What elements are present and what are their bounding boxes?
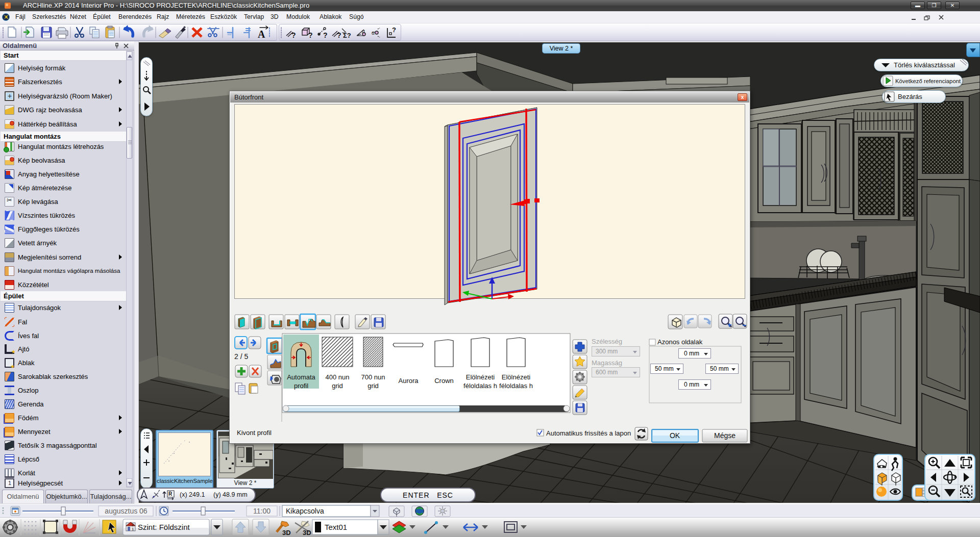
svg-text:3D: 3D	[282, 529, 291, 536]
svg-text:Mégse: Mégse	[714, 431, 736, 440]
svg-text:?: ?	[323, 31, 328, 39]
svg-text:α: α	[362, 29, 365, 34]
svg-text:Szélesség: Szélesség	[592, 338, 622, 345]
svg-text:Aurora: Aurora	[398, 377, 419, 385]
svg-text:(x) 249.1: (x) 249.1	[180, 491, 205, 498]
svg-text:700 nun: 700 nun	[361, 373, 385, 381]
svg-text:Következő referenciapont: Következő referenciapont	[895, 78, 961, 84]
svg-text:Text01: Text01	[325, 523, 347, 531]
svg-text:Automata: Automata	[287, 373, 315, 381]
svg-text:féloldalas h: féloldalas h	[463, 382, 497, 390]
svg-text:Törlés kiválasztással: Törlés kiválasztással	[894, 61, 955, 69]
svg-text:grid: grid	[368, 382, 379, 390]
svg-text:profil: profil	[294, 382, 308, 390]
svg-text:2 / 5: 2 / 5	[234, 352, 248, 361]
svg-text:?: ?	[308, 31, 313, 39]
svg-text:(y) 48.9 mm: (y) 48.9 mm	[213, 491, 248, 498]
svg-text:Magasság: Magasság	[592, 359, 622, 367]
svg-text:Szint: Földszint: Szint: Földszint	[138, 523, 190, 531]
svg-text:grid: grid	[332, 382, 343, 390]
svg-text:1: 1	[132, 527, 134, 531]
svg-text:Elölnézeti: Elölnézeti	[502, 373, 530, 381]
svg-text:11:00: 11:00	[253, 507, 271, 515]
svg-text:Crown: Crown	[434, 377, 454, 385]
svg-text:?: ?	[337, 31, 341, 39]
svg-text:A: A	[258, 29, 265, 40]
svg-text:Automatikus frissítés a lapon: Automatikus frissítés a lapon	[546, 429, 631, 437]
svg-text:α: α	[372, 30, 375, 36]
svg-text:Bezárás: Bezárás	[898, 93, 922, 100]
svg-text:R: R	[168, 491, 173, 497]
svg-text:400 nun: 400 nun	[326, 373, 350, 381]
svg-text:féloldalas h: féloldalas h	[499, 382, 533, 390]
svg-text:Kikapcsolva: Kikapcsolva	[286, 507, 324, 515]
svg-text:OK: OK	[670, 431, 680, 440]
svg-text:Azonos oldalak: Azonos oldalak	[657, 338, 703, 346]
svg-text:Σ?: Σ?	[343, 32, 351, 39]
svg-text:augusztus 06: augusztus 06	[105, 507, 147, 515]
svg-text:?: ?	[291, 31, 296, 39]
svg-text:3D: 3D	[303, 529, 311, 536]
svg-text:?: ?	[392, 26, 396, 34]
svg-text:Elölnézeti: Elölnézeti	[466, 373, 495, 381]
svg-text:Kivont profil: Kivont profil	[237, 429, 272, 437]
